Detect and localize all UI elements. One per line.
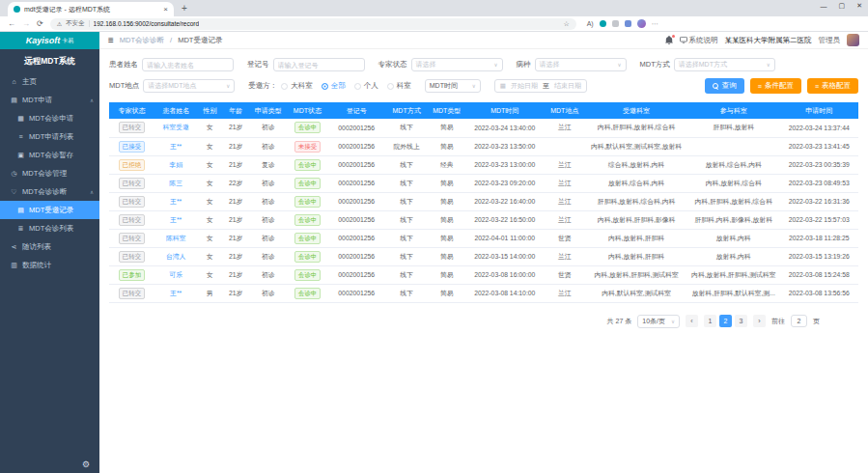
window-close-button[interactable]: ✕ [856, 2, 862, 10]
condition-config-button[interactable]: ≡ 条件配置 [750, 78, 801, 94]
window-minimize-button[interactable]: — [821, 3, 827, 10]
browser-tab[interactable]: mdt受邀记录 - 远程MDT系统 × [8, 2, 174, 16]
sidebar-item-label: MDT申请列表 [29, 132, 73, 142]
patient-name-link[interactable]: 王** [170, 216, 182, 223]
patient-name-link[interactable]: 陈三 [169, 180, 182, 186]
browser-profile-avatar[interactable] [637, 19, 646, 28]
table-row[interactable]: 已接受王**女21岁初诊未接受0002001256院外线上简易2022-03-2… [109, 137, 858, 155]
system-doc-link[interactable]: 系统说明 [680, 36, 718, 45]
condition-config-label: 条件配置 [765, 81, 794, 91]
mdt-time-select[interactable]: MDT时间 ∨ [425, 79, 481, 93]
patient-name-link[interactable]: 王** [170, 143, 182, 150]
sidebar-item-statistics[interactable]: ▥ 数据统计 [0, 256, 99, 274]
patient-name-link[interactable]: 王** [170, 198, 182, 205]
favorites-star-icon[interactable]: ☆ [563, 20, 569, 28]
invited-side-radio[interactable]: 科室 [387, 81, 411, 91]
read-aloud-icon[interactable]: A) [587, 20, 594, 27]
patient-name-link[interactable]: 陈科室 [166, 235, 185, 241]
select-placeholder: 请选择MDT地点 [148, 81, 196, 91]
hamburger-icon[interactable]: ≡ [108, 36, 114, 45]
mdt-place-select[interactable]: 请选择MDT地点 ∨ [143, 79, 235, 93]
table-row[interactable]: 已转交陈科室女21岁初诊会诊中0002001256线下简易2022-04-01 … [109, 229, 858, 247]
back-icon[interactable]: ← [8, 20, 15, 28]
cell-mdt-type: 简易 [428, 284, 465, 302]
cell-mdt-time: 2022-03-08 16:00:00 [465, 265, 544, 284]
date-range-picker[interactable]: ▦ 开始日期 至 结束日期 [494, 79, 587, 93]
invited-side-radio[interactable]: 全部 [322, 81, 346, 91]
radio-label: 大科室 [291, 81, 313, 91]
expert-status-badge: 已转交 [119, 122, 146, 133]
new-tab-button[interactable]: + [182, 4, 187, 14]
table-row[interactable]: 已转交台湾人女21岁初诊会诊中0002001256线下简易2022-03-15 … [109, 247, 858, 265]
patient-name-link[interactable]: 李娟 [169, 161, 182, 168]
page-size-select[interactable]: 10条/页 ∨ [637, 315, 680, 328]
sidebar-group-mdt-diagnosis[interactable]: ♡ MDT会诊诊断 ∧ [0, 182, 99, 201]
patient-name-link[interactable]: 台湾人 [166, 253, 185, 260]
sidebar-item-mdt-invited-records[interactable]: ▤ MDT受邀记录 [0, 201, 99, 219]
table-row[interactable]: 已转交王**女21岁初诊会诊中0002001256线下简易2022-03-22 … [109, 192, 858, 210]
page-button-2[interactable]: 2 [719, 315, 732, 327]
patient-name-link[interactable]: 科室受邀 [163, 124, 189, 130]
window-maximize-button[interactable]: ▢ [839, 2, 846, 10]
user-avatar[interactable] [847, 34, 859, 46]
browser-menu-icon[interactable]: ⋯ [652, 20, 658, 28]
sidebar-item-mdt-manage[interactable]: ◷ MDT会诊管理 [0, 164, 99, 182]
table-row[interactable]: 已转交陈三女22岁初诊会诊中0002001256线下简易2022-03-23 0… [109, 174, 858, 192]
prev-page-button[interactable]: ‹ [686, 315, 698, 327]
extension-icon[interactable] [600, 20, 606, 27]
hospital-name: 某某医科大学附属第二医院 [725, 36, 812, 45]
patient-name-label: 患者姓名 [109, 60, 138, 70]
gear-icon[interactable]: ⚙ [82, 459, 90, 469]
table-row[interactable]: 已参加可乐女21岁初诊会诊中0002001256线下简易2022-03-08 1… [109, 265, 858, 284]
tab-close-icon[interactable]: × [163, 6, 168, 14]
sidebar-item-mdt-draft[interactable]: ▣ MDT会诊暂存 [0, 146, 99, 164]
cell-reg-no: 0002001256 [328, 119, 385, 137]
security-label[interactable]: 不安全 [66, 19, 85, 28]
page-button-1[interactable]: 1 [704, 315, 716, 327]
mdt-status-badge: 会诊中 [294, 214, 322, 226]
extension-icon[interactable] [625, 20, 631, 27]
select-placeholder: 请选择 [416, 60, 436, 70]
cell-gender: 女 [198, 174, 222, 192]
mdt-mode-select[interactable]: 请选择MDT方式 ∨ [674, 58, 775, 71]
patient-name-link[interactable]: 王** [170, 290, 182, 296]
forward-icon[interactable]: → [22, 20, 30, 28]
table-row[interactable]: 已转交科室受邀女21岁初诊会诊中0002001256线下简易2022-03-24… [109, 119, 858, 137]
sidebar-item-follow-up[interactable]: ⋖ 随访列表 [0, 237, 99, 256]
invited-side-radio[interactable]: 大科室 [281, 81, 313, 91]
cell-mdt-time: 2022-03-08 14:10:00 [465, 284, 544, 302]
next-page-button[interactable]: › [753, 315, 766, 327]
search-button[interactable]: 查询 [705, 78, 744, 94]
refresh-icon[interactable]: ⟳ [37, 20, 43, 28]
reg-no-input[interactable] [273, 58, 365, 71]
sidebar-item-mdt-apply-list[interactable]: ≡ MDT申请列表 [0, 127, 99, 146]
breadcrumb-parent: MDT会诊诊断 [120, 36, 164, 45]
sidebar-item-mdt-consult-apply[interactable]: ▦ MDT会诊申请 [0, 109, 99, 127]
logo-sub-text: 卡易 [62, 37, 73, 45]
patient-name-input[interactable] [142, 58, 234, 71]
sidebar-group-mdt-apply[interactable]: ▤ MDT申请 ∧ [0, 91, 99, 109]
app-header: ≡ MDT会诊诊断 / MDT受邀记录 系统说明 某某医科大学附属第二医院 管理… [99, 32, 868, 49]
table-row[interactable]: 已转交王**男21岁初诊会诊中0002001256线下简易2022-03-08 … [109, 284, 858, 302]
sidebar-item-home[interactable]: ⌂ 主页 [0, 72, 99, 91]
address-bar[interactable]: ⚠ 不安全 192.168.0.156:9002/consultate/reco… [50, 18, 576, 30]
table-row[interactable]: 已拒绝李娟女21岁复诊会诊中0002001256线下经典2022-03-23 1… [109, 155, 858, 174]
disease-select[interactable]: 请选择 ∨ [535, 58, 627, 71]
expert-status-label: 专家状态 [378, 60, 407, 70]
table-row[interactable]: 已转交王**女21岁初诊会诊中0002001256线下简易2022-03-22 … [109, 210, 858, 229]
extension-icon[interactable] [612, 20, 619, 27]
expert-status-select[interactable]: 请选择 ∨ [411, 58, 503, 71]
notification-bell-icon[interactable] [665, 36, 673, 44]
table-config-button[interactable]: ≡ 表格配置 [807, 78, 858, 94]
url-text[interactable]: 192.168.0.156:9002/consultate/record [94, 20, 200, 27]
cell-mdt-place: 兰江 [544, 119, 585, 137]
sidebar-item-mdt-consult-list[interactable]: ≣ MDT会诊列表 [0, 219, 99, 237]
patient-name-link[interactable]: 可乐 [169, 271, 182, 278]
cell-mdt-mode: 线下 [385, 119, 429, 137]
sidebar-item-label: 随访列表 [22, 242, 51, 252]
cell-invited-depts: 内科,肝胆科,放射科,综合科 [585, 119, 687, 137]
page-button-3[interactable]: 3 [735, 315, 747, 327]
goto-page-input[interactable] [791, 315, 807, 327]
invited-side-radio[interactable]: 个人 [354, 81, 378, 91]
cell-invited-depts: 内科,放射科,肝胆科,影像科 [585, 210, 687, 229]
